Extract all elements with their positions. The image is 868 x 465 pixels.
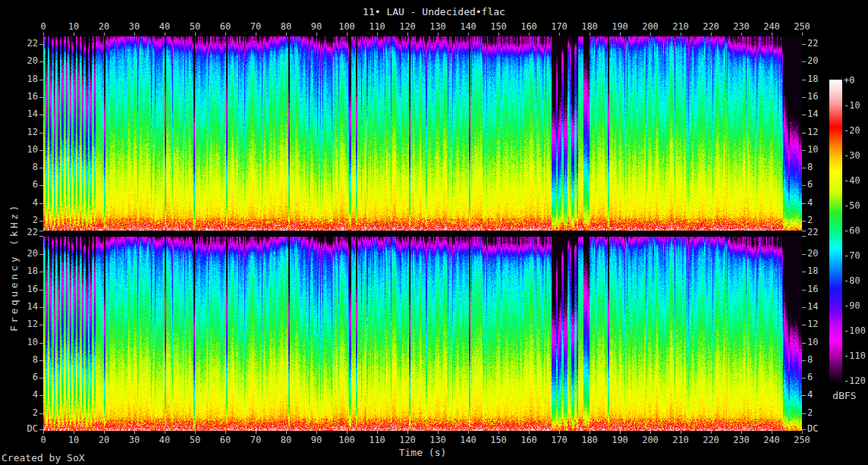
time-tick-mark (620, 33, 621, 36)
time-axis-label: Time (s) (399, 447, 447, 458)
time-tick-mark (225, 33, 226, 36)
frequency-tick-label: 18 (0, 74, 38, 84)
time-tick-mark (802, 431, 803, 434)
frequency-tick-mark (39, 231, 43, 231)
frequency-tick-mark (39, 429, 43, 430)
frequency-tick-mark (802, 254, 806, 255)
time-tick-mark (559, 431, 560, 434)
time-tick-mark (681, 33, 681, 36)
frequency-tick-label: 4 (807, 198, 813, 208)
time-tick-label: 240 (763, 22, 780, 32)
frequency-tick-label: DC (0, 424, 38, 434)
frequency-tick-label: 10 (0, 145, 38, 155)
colorbar-tick-label: -60 (844, 226, 860, 236)
time-tick-label: 20 (99, 435, 109, 445)
time-tick-mark (286, 431, 287, 434)
frequency-tick-label: 12 (807, 127, 818, 137)
colorbar-tick-label: -110 (844, 351, 866, 361)
time-tick-mark (165, 431, 165, 434)
time-tick-mark (377, 33, 378, 36)
time-tick-label: 160 (520, 435, 537, 445)
time-tick-label: 250 (794, 22, 810, 32)
time-tick-mark (286, 33, 287, 36)
frequency-tick-label: 12 (0, 127, 38, 137)
frequency-tick-label: 20 (807, 249, 818, 259)
time-tick-mark (407, 33, 408, 36)
time-tick-label: 120 (399, 22, 416, 32)
frequency-tick-mark (39, 325, 43, 325)
time-tick-mark (316, 33, 317, 36)
frequency-tick-mark (39, 168, 43, 168)
spectrogram-title: 11• LAU - Undecided•flac (0, 6, 868, 17)
time-tick-mark (741, 431, 742, 434)
frequency-tick-mark (802, 325, 806, 325)
time-tick-label: 60 (220, 435, 231, 445)
frequency-tick-label: 8 (0, 355, 38, 365)
time-tick-label: 250 (794, 435, 810, 445)
frequency-tick-mark (802, 80, 806, 80)
time-tick-label: 90 (311, 435, 322, 445)
time-tick-label: 160 (520, 22, 537, 32)
time-tick-mark (104, 431, 105, 434)
time-tick-label: 70 (250, 22, 261, 32)
frequency-tick-mark (802, 236, 806, 237)
time-tick-label: 190 (612, 22, 628, 32)
time-tick-mark (377, 431, 378, 434)
time-tick-mark (74, 431, 74, 434)
colorbar-tick-label: -40 (844, 176, 860, 186)
time-tick-label: 210 (672, 435, 689, 445)
frequency-tick-label: 12 (807, 319, 818, 329)
time-tick-mark (134, 33, 135, 36)
frequency-tick-label: 16 (807, 92, 818, 102)
time-tick-label: 230 (733, 22, 750, 32)
time-tick-mark (559, 33, 560, 36)
frequency-tick-mark (39, 61, 43, 62)
frequency-tick-label: 8 (807, 355, 813, 365)
time-tick-label: 0 (40, 22, 46, 32)
frequency-tick-mark (802, 44, 806, 45)
frequency-tick-mark (802, 133, 806, 134)
time-tick-label: 50 (190, 435, 200, 445)
frequency-tick-mark (802, 231, 806, 231)
time-tick-label: 130 (429, 435, 446, 445)
time-tick-mark (590, 431, 590, 434)
time-tick-mark (225, 431, 226, 434)
frequency-tick-label: 10 (807, 145, 818, 155)
frequency-tick-label: 4 (0, 390, 38, 400)
time-tick-label: 150 (490, 435, 507, 445)
time-tick-label: 110 (369, 435, 385, 445)
colorbar-tick-label: -120 (844, 376, 866, 386)
time-tick-label: 200 (642, 22, 659, 32)
time-tick-mark (681, 431, 681, 434)
spectrogram-channel-1 (43, 36, 802, 231)
time-tick-mark (134, 431, 135, 434)
colorbar-tick-label: -80 (844, 276, 860, 286)
frequency-tick-mark (802, 168, 806, 168)
colorbar-tick-label: -20 (844, 126, 860, 136)
time-tick-label: 40 (159, 435, 170, 445)
time-tick-mark (468, 33, 469, 36)
colorbar-unit-label: dBFS (826, 390, 863, 401)
frequency-tick-label: 18 (807, 74, 818, 84)
time-tick-label: 0 (40, 435, 46, 445)
time-tick-label: 110 (369, 22, 385, 32)
time-tick-label: 100 (338, 435, 355, 445)
frequency-tick-label: 20 (0, 56, 38, 66)
frequency-tick-mark (39, 185, 43, 186)
time-tick-label: 120 (399, 435, 416, 445)
frequency-tick-mark (802, 360, 806, 361)
frequency-tick-label: 4 (807, 390, 813, 400)
time-tick-mark (468, 431, 469, 434)
frequency-tick-mark (39, 307, 43, 308)
frequency-tick-mark (39, 221, 43, 222)
frequency-tick-label: 2 (0, 408, 38, 418)
time-tick-label: 150 (490, 22, 507, 32)
frequency-tick-mark (802, 395, 806, 396)
frequency-tick-label: 22 (0, 39, 38, 49)
time-tick-label: 180 (581, 22, 598, 32)
time-tick-label: 170 (551, 435, 568, 445)
frequency-tick-label: 6 (0, 372, 38, 382)
credit-label: Created by SoX (2, 452, 85, 463)
time-tick-mark (741, 33, 742, 36)
frequency-tick-label: 20 (807, 56, 818, 66)
